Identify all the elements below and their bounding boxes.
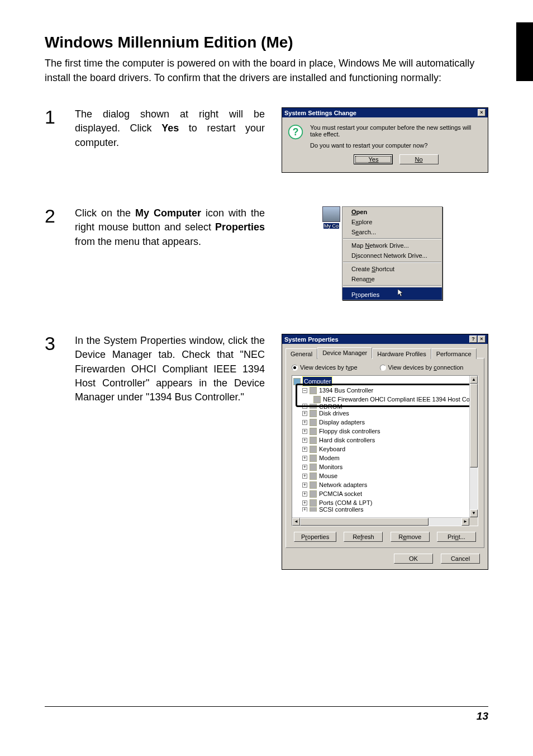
tab-hardware-profiles[interactable]: Hardware Profiles [372, 348, 431, 359]
document-page: Windows Millennium Edition (Me) The firs… [0, 0, 533, 756]
tree-node-nec-firewarden[interactable]: NEC Firewarden OHCI Compliant IEEE 1394 … [293, 395, 477, 404]
refresh-button[interactable]: Refresh [344, 532, 383, 542]
expand-icon[interactable]: + [302, 492, 307, 497]
radio-by-type[interactable]: View devices by type [292, 364, 358, 371]
tree-node-mouse[interactable]: +Mouse [293, 471, 477, 480]
expand-icon[interactable]: + [302, 404, 307, 409]
computer-icon[interactable] [322, 206, 340, 222]
menu-item-rename[interactable]: Rename [342, 274, 442, 284]
section-heading: Windows Millennium Edition (Me) [45, 34, 488, 51]
tab-device-manager[interactable]: Device Manager [317, 347, 372, 358]
dialog-titlebar: System Settings Change × [282, 108, 488, 117]
no-button[interactable]: No [399, 154, 439, 164]
device-manager-buttons: Properties Refresh Remove Print... [292, 532, 478, 542]
question-icon: ? [288, 124, 303, 140]
tree-root-computer[interactable]: Computer [293, 377, 477, 386]
menu-item-disconnect-drive[interactable]: Disconnect Network Drive... [342, 251, 442, 261]
expand-icon[interactable]: + [302, 447, 307, 452]
intro-paragraph: The first time the computer is powered o… [45, 56, 488, 85]
dialog-button-row: Yes No [310, 154, 482, 164]
close-icon[interactable]: × [478, 109, 486, 116]
tree-node-display[interactable]: +Display adapters [293, 418, 477, 427]
device-icon [310, 410, 317, 417]
device-icon [310, 419, 317, 426]
scrollbar-corner [469, 517, 478, 526]
step-2-text: Click on the My Computer icon with the r… [75, 206, 265, 249]
expand-icon[interactable]: + [302, 456, 307, 461]
device-icon [313, 396, 321, 403]
horizontal-scrollbar[interactable]: ◄ ► [292, 517, 469, 526]
view-mode-radios: View devices by type View devices by con… [292, 364, 478, 371]
cancel-button[interactable]: Cancel [441, 554, 480, 564]
tree-node-cdrom[interactable]: +CDROM [293, 404, 477, 409]
scroll-down-icon[interactable]: ▼ [470, 509, 478, 517]
scroll-left-icon[interactable]: ◄ [292, 518, 300, 526]
scroll-thumb[interactable] [470, 384, 478, 467]
close-icon[interactable]: × [478, 336, 486, 343]
menu-item-open[interactable]: Open [342, 207, 442, 217]
tree-node-ports[interactable]: +Ports (COM & LPT) [293, 498, 477, 507]
menu-item-create-shortcut[interactable]: Create Shortcut [342, 264, 442, 274]
menu-separator [343, 262, 441, 263]
expand-icon[interactable]: + [302, 420, 307, 425]
step-number: 3 [45, 334, 64, 353]
bold-properties: Properties [215, 221, 265, 233]
tree-node-monitors[interactable]: +Monitors [293, 462, 477, 471]
radio-by-connection[interactable]: View devices by connection [380, 364, 464, 371]
tab-general[interactable]: General [285, 348, 317, 359]
device-icon [310, 428, 317, 435]
tree-node-hdd[interactable]: +Hard disk controllers [293, 436, 477, 445]
radio-icon [292, 365, 298, 371]
properties-button[interactable]: Properties [294, 532, 336, 542]
menu-item-explore[interactable]: Explore [342, 217, 442, 227]
dialog-body: ? You must restart your computer before … [282, 117, 488, 172]
menu-item-properties[interactable]: Properties [342, 287, 442, 300]
scroll-up-icon[interactable]: ▲ [470, 376, 478, 384]
tabs-row: General Device Manager Hardware Profiles… [282, 344, 488, 358]
tree-node-keyboard[interactable]: +Keyboard [293, 445, 477, 453]
device-tree[interactable]: Computer –1394 Bus Controller NEC Firewa… [292, 375, 478, 526]
tab-performance[interactable]: Performance [431, 348, 477, 359]
help-icon[interactable]: ? [469, 336, 477, 343]
dialog-titlebar: System Properties ? × [282, 334, 488, 344]
radio-icon [380, 365, 386, 371]
expand-icon[interactable]: + [302, 411, 307, 416]
menu-item-search[interactable]: Search... [342, 227, 442, 237]
collapse-icon[interactable]: – [302, 388, 307, 393]
system-properties-dialog: System Properties ? × General Device Man… [282, 334, 488, 570]
figure-column: My Co Open Explore Search... Map Network… [276, 206, 488, 300]
scroll-thumb[interactable] [300, 518, 429, 526]
expand-icon[interactable]: + [302, 507, 307, 512]
tab-panel: View devices by type View devices by con… [285, 358, 484, 548]
remove-button[interactable]: Remove [391, 532, 430, 542]
device-icon [310, 464, 317, 471]
device-icon [310, 387, 317, 394]
tree-node-1394[interactable]: –1394 Bus Controller [293, 386, 477, 395]
expand-icon[interactable]: + [302, 438, 307, 443]
yes-button[interactable]: Yes [354, 154, 393, 164]
device-icon [310, 446, 317, 453]
expand-icon[interactable]: + [302, 483, 307, 488]
tree-node-disk[interactable]: +Disk drives [293, 409, 477, 418]
tree-node-scsi[interactable]: +SCSI controllers [293, 507, 477, 512]
expand-icon[interactable]: + [302, 429, 307, 434]
page-footer: 13 [45, 706, 488, 722]
vertical-scrollbar[interactable]: ▲ ▼ [469, 376, 478, 517]
tree-node-modem[interactable]: +Modem [293, 453, 477, 462]
text-fragment: from the menu that appears. [75, 236, 201, 247]
expand-icon[interactable]: + [302, 465, 307, 470]
menu-item-map-drive[interactable]: Map Network Drive... [342, 240, 442, 251]
print-button[interactable]: Print... [437, 532, 476, 542]
dialog-message: You must restart your computer before th… [310, 124, 482, 164]
expand-icon[interactable]: + [302, 474, 307, 479]
device-icon [310, 499, 317, 507]
step-1-row: 1 The dialog shown at right will be disp… [45, 107, 488, 173]
ok-button[interactable]: OK [394, 554, 433, 564]
scroll-right-icon[interactable]: ► [461, 518, 469, 526]
tree-node-floppy[interactable]: +Floppy disk controllers [293, 427, 477, 436]
device-icon [310, 472, 317, 480]
tree-node-pcmcia[interactable]: +PCMCIA socket [293, 489, 477, 498]
message-line-2: Do you want to restart your computer now… [310, 142, 482, 149]
expand-icon[interactable]: + [302, 500, 307, 505]
tree-node-network[interactable]: +Network adapters [293, 480, 477, 489]
